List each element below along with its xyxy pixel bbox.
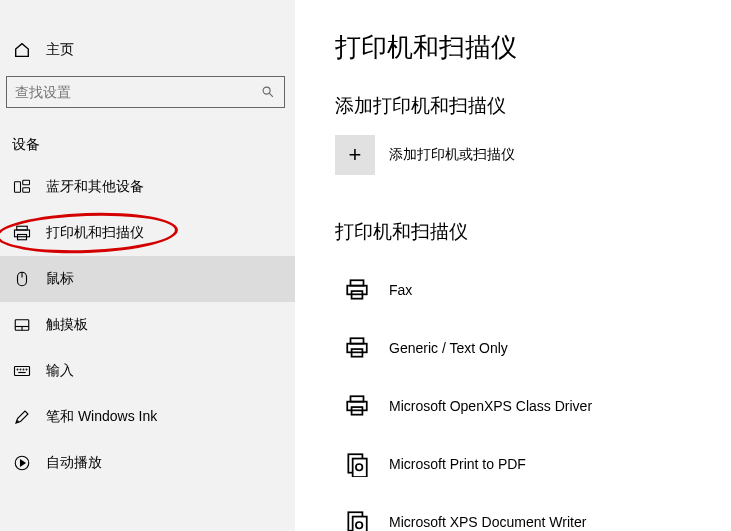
svg-point-15 [23,369,24,370]
content-pane: 打印机和扫描仪 添加打印机和扫描仪 + 添加打印机或扫描仪 打印机和扫描仪 Fa… [295,0,731,531]
bluetooth-devices-icon [12,177,32,197]
pen-icon [12,407,32,427]
search-icon [260,84,276,100]
svg-point-18 [17,421,19,423]
svg-point-16 [26,369,27,370]
keyboard-icon [12,361,32,381]
search-box[interactable] [6,76,285,108]
sidebar-item-mouse[interactable]: 鼠标 [0,256,295,302]
printer-icon [12,223,32,243]
printer-label: Generic / Text Only [389,340,508,356]
sidebar-item-typing[interactable]: 输入 [0,348,295,394]
printer-list: Fax Generic / Text Only Microsoft OpenXP… [335,261,731,531]
printer-item[interactable]: Microsoft Print to PDF [335,435,731,493]
svg-rect-30 [353,459,367,477]
page-title: 打印机和扫描仪 [335,30,731,65]
virtual-printer-icon [343,450,371,478]
home-label: 主页 [46,41,74,59]
svg-rect-27 [347,402,367,411]
sidebar-item-autoplay[interactable]: 自动播放 [0,440,295,486]
sidebar-item-label: 蓝牙和其他设备 [46,178,144,196]
svg-rect-2 [23,180,30,185]
svg-point-0 [263,87,270,94]
mouse-icon [12,269,32,289]
sidebar-item-touchpad[interactable]: 触摸板 [0,302,295,348]
svg-point-13 [17,369,18,370]
search-input[interactable] [15,84,260,100]
add-label: 添加打印机或扫描仪 [389,146,515,164]
list-section-title: 打印机和扫描仪 [335,219,731,245]
add-button[interactable]: + [335,135,375,175]
settings-window: 主页 设备 蓝牙和其他设备 [0,0,731,531]
sidebar-item-label: 触摸板 [46,316,88,334]
home-button[interactable]: 主页 [0,30,295,70]
virtual-printer-icon [343,508,371,531]
printer-item[interactable]: Microsoft OpenXPS Class Driver [335,377,731,435]
sidebar-item-label: 鼠标 [46,270,74,288]
svg-rect-12 [15,367,30,376]
printer-device-icon [343,276,371,304]
add-printer-row[interactable]: + 添加打印机或扫描仪 [335,135,731,175]
sidebar-item-bluetooth[interactable]: 蓝牙和其他设备 [0,164,295,210]
sidebar-item-label: 打印机和扫描仪 [46,224,144,242]
svg-rect-5 [15,230,30,237]
search-container [0,70,295,108]
sidebar: 主页 设备 蓝牙和其他设备 [0,0,295,531]
sidebar-section-label: 设备 [0,108,295,164]
sidebar-item-label: 自动播放 [46,454,102,472]
svg-rect-3 [23,188,30,193]
printer-label: Fax [389,282,412,298]
printer-label: Microsoft XPS Document Writer [389,514,586,530]
printer-device-icon [343,392,371,420]
svg-rect-24 [347,344,367,353]
printer-item[interactable]: Microsoft XPS Document Writer [335,493,731,531]
printer-label: Microsoft OpenXPS Class Driver [389,398,592,414]
printer-item[interactable]: Generic / Text Only [335,319,731,377]
sidebar-item-label: 输入 [46,362,74,380]
printer-device-icon [343,334,371,362]
add-section-title: 添加打印机和扫描仪 [335,93,731,119]
svg-point-14 [20,369,21,370]
autoplay-icon [12,453,32,473]
sidebar-item-label: 笔和 Windows Ink [46,408,157,426]
sidebar-item-printers[interactable]: 打印机和扫描仪 [0,210,295,256]
home-icon [12,40,32,60]
svg-rect-21 [347,286,367,295]
printer-label: Microsoft Print to PDF [389,456,526,472]
printer-item[interactable]: Fax [335,261,731,319]
touchpad-icon [12,315,32,335]
svg-rect-1 [15,182,21,193]
plus-icon: + [349,142,362,168]
sidebar-nav: 蓝牙和其他设备 打印机和扫描仪 鼠标 [0,164,295,486]
sidebar-item-pen[interactable]: 笔和 Windows Ink [0,394,295,440]
